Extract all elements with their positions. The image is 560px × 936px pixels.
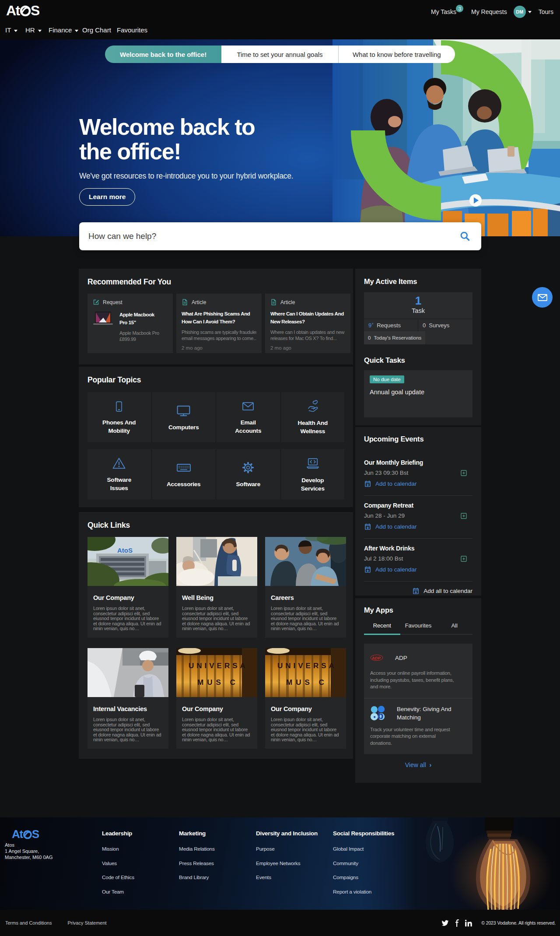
svg-text:S: S xyxy=(31,3,39,18)
svg-text:At: At xyxy=(12,827,24,841)
svg-text:At: At xyxy=(6,3,21,18)
svg-text:UNIVERSA: UNIVERSA xyxy=(277,662,337,670)
svg-text:AtoS: AtoS xyxy=(117,547,133,554)
svg-text:b: b xyxy=(378,710,384,721)
svg-text:UNIVERSA: UNIVERSA xyxy=(189,662,248,670)
svg-text:S: S xyxy=(32,827,39,841)
svg-text:MUS C: MUS C xyxy=(286,678,328,687)
svg-text:ADP: ADP xyxy=(371,656,381,660)
svg-text:MUS C: MUS C xyxy=(197,678,239,687)
